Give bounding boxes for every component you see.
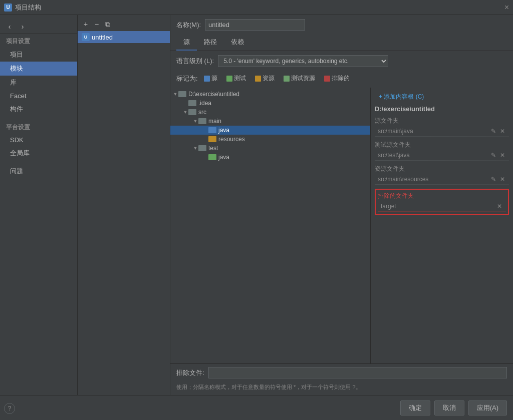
exclude-input[interactable] (208, 367, 507, 378)
tree-label: src (198, 109, 206, 116)
folder-icon (198, 118, 206, 124)
tree-row-resources[interactable]: resources (170, 135, 370, 144)
resource-dot (255, 76, 261, 82)
lang-select[interactable]: 5.0 - 'enum' keyword, generics, autoboxi… (218, 55, 388, 67)
title-bar: U 项目结构 × (0, 0, 513, 15)
resource-edit-button[interactable]: ✎ (490, 176, 497, 183)
root-path: D:\exercise\untitled (375, 105, 509, 113)
sidebar-item-sdk[interactable]: SDK (0, 134, 77, 146)
sidebar-item-project[interactable]: 项目 (0, 48, 77, 62)
mark-test-resource-label: 测试资源 (291, 74, 315, 83)
tab-source[interactable]: 源 (176, 35, 197, 51)
add-module-button[interactable]: + (81, 19, 91, 29)
mark-source-button[interactable]: 源 (201, 73, 220, 84)
tree-label: test (208, 145, 218, 152)
mark-resource-button[interactable]: 资源 (252, 73, 278, 84)
mark-resource-label: 资源 (263, 74, 275, 83)
mark-test-button[interactable]: 测试 (223, 73, 249, 84)
tree-row-root[interactable]: ▼ D:\exercise\untitled (170, 90, 370, 99)
sidebar-item-library[interactable]: 库 (0, 76, 77, 90)
sidebar-item-facet[interactable]: Facet (0, 90, 77, 102)
test-source-folder-path: src\test\java (378, 152, 410, 159)
source-folder-entry: src\main\java ✎ ✕ (375, 126, 509, 137)
source-folder-title: 源文件夹 (375, 117, 509, 125)
tree-arrow: ▼ (192, 119, 198, 124)
sidebar-item-module[interactable]: 模块 (0, 62, 77, 76)
sidebar-item-artifact[interactable]: 构件 (0, 102, 77, 116)
module-item-untitled[interactable]: U untitled (78, 31, 170, 43)
sidebar-item-problems[interactable]: 问题 (0, 164, 77, 178)
forward-button[interactable]: › (17, 21, 28, 32)
folder-source-icon (208, 127, 216, 133)
add-content-root-button[interactable]: + 添加内容根 (C) (375, 92, 428, 102)
mark-source-label: 源 (211, 74, 217, 83)
exclude-row: 排除文件: (170, 363, 513, 381)
module-item-label: untitled (92, 34, 113, 41)
ok-button[interactable]: 确定 (400, 400, 430, 415)
resource-folder-path: src\main\resources (378, 176, 428, 183)
source-edit-button[interactable]: ✎ (490, 128, 497, 135)
tree-label: main (208, 118, 221, 125)
project-settings-label: 项目设置 (0, 34, 77, 48)
tree-label: D:\exercise\untitled (188, 91, 239, 98)
source-dot (204, 76, 210, 82)
exclude-hint: 使用；分隔名称模式，对于任意数量的符号使用 *，对于一个符号则使用 ?。 (170, 381, 513, 395)
source-remove-button[interactable]: ✕ (499, 128, 506, 135)
copy-module-button[interactable]: ⧉ (103, 19, 113, 29)
name-row: 名称(M): (170, 15, 513, 35)
split-area: ▼ D:\exercise\untitled .idea (170, 88, 513, 363)
help-button[interactable]: ? (4, 403, 15, 414)
tree-label: java (218, 154, 229, 161)
resource-folder-actions: ✎ ✕ (490, 176, 506, 183)
test-source-remove-button[interactable]: ✕ (499, 152, 506, 159)
resource-folder-entry: src\main\resources ✎ ✕ (375, 174, 509, 185)
folder-icon (178, 91, 186, 97)
excluded-dot (324, 76, 330, 82)
tree-arrow: ▼ (172, 92, 178, 97)
lang-row: 语言级别 (L): 5.0 - 'enum' keyword, generics… (170, 51, 513, 71)
folders-panel-header: + 添加内容根 (C) (375, 92, 509, 102)
tree-row-java-main[interactable]: java (170, 126, 370, 135)
module-icon: U (82, 33, 90, 41)
remove-module-button[interactable]: − (92, 19, 102, 29)
tree-row-src[interactable]: ▼ src (170, 108, 370, 117)
mark-row: 标记为: 源 测试 资源 (170, 71, 513, 88)
test-resource-dot (284, 76, 290, 82)
source-folder-path: src\main\java (378, 128, 413, 135)
tab-dependency[interactable]: 依赖 (224, 35, 251, 51)
excluded-folder-section: 排除的文件夹 target ✕ (375, 189, 509, 215)
nav-bar: ‹ › (0, 19, 77, 34)
folder-icon (188, 100, 196, 106)
tree-row-idea[interactable]: .idea (170, 99, 370, 108)
content-area: + − ⧉ U untitled 名称(M): (78, 15, 513, 395)
exclude-label: 排除文件: (176, 368, 204, 377)
name-label: 名称(M): (176, 21, 201, 30)
test-source-edit-button[interactable]: ✎ (490, 152, 497, 159)
close-button[interactable]: × (504, 4, 509, 12)
resource-remove-button[interactable]: ✕ (499, 176, 506, 183)
tree-label: .idea (198, 100, 211, 107)
name-input[interactable] (205, 19, 305, 31)
sidebar: ‹ › 项目设置 项目 模块 库 Facet 构件 平台设置 SDK 全局库 问… (0, 15, 78, 395)
mark-test-label: 测试 (234, 74, 246, 83)
apply-button[interactable]: 应用(A) (468, 400, 507, 415)
resource-folder-section: 资源文件夹 src\main\resources ✎ ✕ (375, 165, 509, 185)
mark-test-resource-button[interactable]: 测试资源 (281, 73, 318, 84)
tree-row-main[interactable]: ▼ main (170, 117, 370, 126)
folder-icon (188, 109, 196, 115)
tree-row-java-test[interactable]: java (170, 153, 370, 162)
tree-row-test[interactable]: ▼ test (170, 144, 370, 153)
folder-test-icon (208, 154, 216, 160)
test-source-folder-title: 测试源文件夹 (375, 141, 509, 149)
sidebar-item-global-library[interactable]: 全局库 (0, 146, 77, 160)
back-button[interactable]: ‹ (4, 21, 15, 32)
module-list: + − ⧉ U untitled (78, 15, 170, 395)
tabs-row: 源 路径 依赖 (170, 35, 513, 51)
test-source-folder-actions: ✎ ✕ (490, 152, 506, 159)
cancel-button[interactable]: 取消 (434, 400, 464, 415)
tab-path[interactable]: 路径 (197, 35, 224, 51)
lang-label: 语言级别 (L): (176, 57, 214, 66)
mark-excluded-button[interactable]: 排除的 (321, 73, 353, 84)
file-tree: ▼ D:\exercise\untitled .idea (170, 88, 371, 363)
excluded-remove-button[interactable]: ✕ (496, 203, 503, 210)
